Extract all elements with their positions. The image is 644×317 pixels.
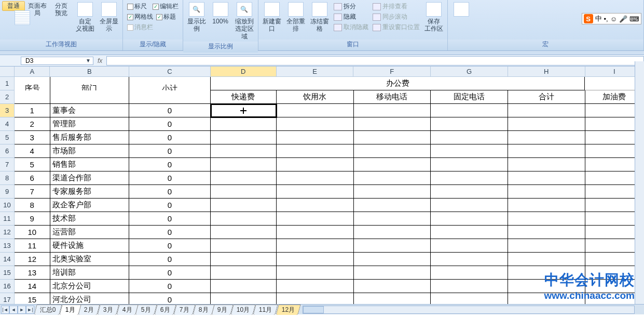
cell[interactable] xyxy=(431,266,508,280)
row-header[interactable]: 5 xyxy=(0,131,15,144)
check-ruler[interactable]: 标尺 ✓编辑栏 xyxy=(125,2,181,11)
cell[interactable]: 5 xyxy=(15,158,50,171)
cell[interactable] xyxy=(354,212,431,226)
cell[interactable] xyxy=(277,253,354,266)
tab-prev-button[interactable]: ◄ xyxy=(9,306,18,314)
sheet-tab[interactable]: 汇总0 xyxy=(34,305,62,315)
macros-button[interactable] xyxy=(450,1,473,19)
cell[interactable] xyxy=(211,104,277,117)
cell[interactable]: 董事会 xyxy=(50,104,130,117)
cell[interactable] xyxy=(277,266,354,280)
cell[interactable]: 0 xyxy=(129,158,210,171)
cell[interactable]: 0 xyxy=(129,104,210,117)
cell[interactable] xyxy=(354,171,431,185)
cell[interactable]: 河北分公司 xyxy=(50,293,130,304)
cell[interactable]: 0 xyxy=(129,144,210,158)
cell[interactable] xyxy=(508,239,585,253)
cell[interactable] xyxy=(211,266,277,280)
row-header[interactable]: 3 xyxy=(0,104,15,117)
cell[interactable]: 技术部 xyxy=(50,212,130,226)
cell[interactable]: 14 xyxy=(15,280,50,293)
cell[interactable]: 售后服务部 xyxy=(50,131,130,144)
cell[interactable] xyxy=(431,293,508,304)
row-header[interactable]: 17 xyxy=(0,293,15,304)
sheet-tab[interactable]: 9月 xyxy=(212,305,234,315)
cell[interactable] xyxy=(211,131,277,144)
cell[interactable]: 合计 xyxy=(508,90,585,104)
cell[interactable]: 0 xyxy=(129,131,210,144)
cell[interactable]: 北京分公司 xyxy=(50,280,130,293)
cell[interactable]: 0 xyxy=(129,266,210,280)
cell[interactable] xyxy=(354,104,431,117)
column-header[interactable]: G xyxy=(431,67,508,77)
cell[interactable] xyxy=(354,253,431,266)
cell[interactable]: 序号 xyxy=(15,77,50,90)
cell[interactable]: 11 xyxy=(15,239,50,253)
cell[interactable] xyxy=(211,212,277,226)
cell[interactable] xyxy=(211,158,277,171)
cell[interactable]: 管理部 xyxy=(50,117,130,131)
sheet-tab[interactable]: 3月 xyxy=(97,305,119,315)
cell[interactable] xyxy=(211,253,277,266)
cell[interactable]: 15 xyxy=(15,293,50,304)
cell[interactable] xyxy=(277,280,354,293)
cell[interactable] xyxy=(277,185,354,199)
cell[interactable]: 0 xyxy=(129,185,210,199)
check-msgbar[interactable]: 消息栏 xyxy=(125,22,181,32)
cell[interactable] xyxy=(431,144,508,158)
cell[interactable] xyxy=(431,104,508,117)
cell[interactable] xyxy=(431,171,508,185)
cell[interactable] xyxy=(277,199,354,212)
view-page-break-button[interactable]: 分页预览 xyxy=(50,1,73,19)
row-header[interactable]: 16 xyxy=(0,280,15,293)
cell[interactable]: 饮用水 xyxy=(277,90,354,104)
cell[interactable]: 12 xyxy=(15,253,50,266)
cell[interactable] xyxy=(508,253,585,266)
vertical-scrollbar[interactable] xyxy=(635,61,644,308)
cell[interactable] xyxy=(354,117,431,131)
cell[interactable] xyxy=(431,117,508,131)
horizontal-scrollbar[interactable] xyxy=(303,306,635,314)
row-header[interactable]: 10 xyxy=(0,199,15,212)
cell[interactable] xyxy=(354,280,431,293)
row-header[interactable]: 6 xyxy=(0,144,15,158)
column-header[interactable]: C xyxy=(129,67,211,77)
row-header[interactable]: 9 xyxy=(0,185,15,199)
cell[interactable]: 硬件设施 xyxy=(50,239,130,253)
cell[interactable] xyxy=(354,293,431,304)
cell[interactable]: 0 xyxy=(129,212,210,226)
cell[interactable] xyxy=(277,171,354,185)
sheet-tab[interactable]: 4月 xyxy=(116,305,138,315)
cell[interactable]: 快递费 xyxy=(211,90,277,104)
cell[interactable] xyxy=(508,171,585,185)
view-custom-button[interactable]: 自定义视图 xyxy=(74,1,97,34)
fx-icon[interactable]: fx xyxy=(98,57,102,64)
cell[interactable] xyxy=(211,199,277,212)
cell[interactable]: 0 xyxy=(129,239,210,253)
tab-next-button[interactable]: ► xyxy=(18,306,26,314)
cell[interactable] xyxy=(431,253,508,266)
zoom-button[interactable]: 🔍显示比例 xyxy=(185,1,208,34)
sheet-tab[interactable]: 12月 xyxy=(276,305,301,315)
cell[interactable] xyxy=(508,266,585,280)
column-header[interactable]: E xyxy=(277,67,354,77)
cell[interactable]: 市场部 xyxy=(50,144,130,158)
tab-last-button[interactable]: ►| xyxy=(26,306,34,314)
name-box[interactable]: D3▼ xyxy=(21,57,93,65)
arrange-all-button[interactable]: 全部重排 xyxy=(284,1,307,34)
cell[interactable]: 1 xyxy=(15,104,50,117)
row-header[interactable]: 11 xyxy=(0,212,15,226)
split-button[interactable]: 拆分 xyxy=(332,2,370,11)
cell[interactable] xyxy=(277,104,354,117)
cell[interactable] xyxy=(431,185,508,199)
cell[interactable] xyxy=(431,199,508,212)
cell[interactable]: 6 xyxy=(15,171,50,185)
unhide-button[interactable]: 取消隐藏 xyxy=(332,22,370,32)
cell[interactable] xyxy=(211,117,277,131)
row-header[interactable]: 12 xyxy=(0,226,15,239)
cell[interactable]: 0 xyxy=(129,226,210,239)
cell[interactable]: 0 xyxy=(129,199,210,212)
cell[interactable] xyxy=(508,117,585,131)
cell[interactable] xyxy=(211,239,277,253)
row-header[interactable]: 8 xyxy=(0,171,15,185)
